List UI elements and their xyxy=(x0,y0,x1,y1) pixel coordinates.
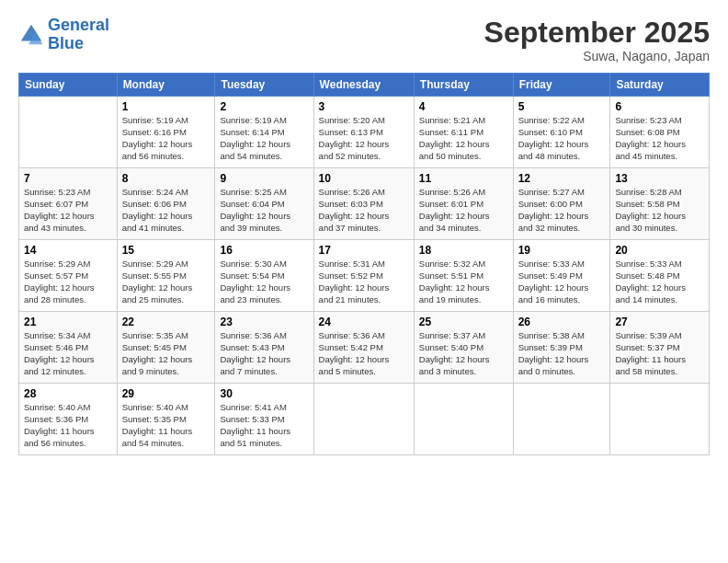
day-info: Sunrise: 5:33 AMSunset: 5:48 PMDaylight:… xyxy=(615,259,704,305)
day-info: Sunrise: 5:26 AMSunset: 6:01 PMDaylight:… xyxy=(419,187,508,234)
day-number: 23 xyxy=(220,316,308,328)
col-wednesday: Wednesday xyxy=(313,74,414,97)
calendar-cell: 7Sunrise: 5:23 AMSunset: 6:07 PMDaylight… xyxy=(19,168,118,240)
day-number: 15 xyxy=(122,244,210,257)
calendar-cell: 20Sunrise: 5:33 AMSunset: 5:48 PMDayligh… xyxy=(610,240,710,312)
day-info: Sunrise: 5:21 AMSunset: 6:11 PMDaylight:… xyxy=(419,115,508,162)
day-number: 28 xyxy=(24,387,112,400)
calendar-cell xyxy=(513,384,610,455)
calendar-cell: 25Sunrise: 5:37 AMSunset: 5:40 PMDayligh… xyxy=(414,312,513,384)
day-info: Sunrise: 5:28 AMSunset: 5:58 PMDaylight:… xyxy=(615,187,704,234)
day-info: Sunrise: 5:22 AMSunset: 6:10 PMDaylight:… xyxy=(518,115,606,162)
day-number: 11 xyxy=(419,172,508,185)
calendar-cell xyxy=(414,384,513,455)
day-number: 9 xyxy=(220,172,308,185)
calendar-cell: 9Sunrise: 5:25 AMSunset: 6:04 PMDaylight… xyxy=(215,168,313,240)
col-friday: Friday xyxy=(513,74,610,97)
logo-general: General xyxy=(48,16,109,34)
calendar-cell xyxy=(313,384,414,455)
day-info: Sunrise: 5:19 AMSunset: 6:14 PMDaylight:… xyxy=(220,115,308,162)
calendar-cell: 16Sunrise: 5:30 AMSunset: 5:54 PMDayligh… xyxy=(215,240,313,312)
calendar-cell: 13Sunrise: 5:28 AMSunset: 5:58 PMDayligh… xyxy=(610,168,710,240)
day-number: 27 xyxy=(615,316,704,328)
day-number: 7 xyxy=(24,172,112,185)
day-number: 30 xyxy=(220,387,308,400)
calendar-table: Sunday Monday Tuesday Wednesday Thursday… xyxy=(18,73,710,455)
day-info: Sunrise: 5:29 AMSunset: 5:55 PMDaylight:… xyxy=(122,259,210,305)
calendar-cell: 1Sunrise: 5:19 AMSunset: 6:16 PMDaylight… xyxy=(117,97,215,168)
calendar-cell: 2Sunrise: 5:19 AMSunset: 6:14 PMDaylight… xyxy=(215,97,313,168)
calendar-cell: 15Sunrise: 5:29 AMSunset: 5:55 PMDayligh… xyxy=(117,240,215,312)
day-number: 25 xyxy=(419,316,508,328)
calendar-cell: 8Sunrise: 5:24 AMSunset: 6:06 PMDaylight… xyxy=(117,168,215,240)
day-number: 13 xyxy=(615,172,704,185)
day-info: Sunrise: 5:35 AMSunset: 5:45 PMDaylight:… xyxy=(122,330,210,377)
calendar-cell: 11Sunrise: 5:26 AMSunset: 6:01 PMDayligh… xyxy=(414,168,513,240)
day-info: Sunrise: 5:31 AMSunset: 5:52 PMDaylight:… xyxy=(319,259,409,305)
day-info: Sunrise: 5:29 AMSunset: 5:57 PMDaylight:… xyxy=(24,259,112,305)
day-number: 18 xyxy=(419,244,508,257)
header: General Blue September 2025 Suwa, Nagano… xyxy=(18,17,710,63)
day-info: Sunrise: 5:40 AMSunset: 5:35 PMDaylight:… xyxy=(122,402,210,449)
day-number: 6 xyxy=(615,100,704,113)
location: Suwa, Nagano, Japan xyxy=(484,49,710,63)
day-number: 26 xyxy=(518,316,606,328)
day-number: 19 xyxy=(518,244,606,257)
calendar-cell: 28Sunrise: 5:40 AMSunset: 5:36 PMDayligh… xyxy=(19,384,118,455)
day-info: Sunrise: 5:27 AMSunset: 6:00 PMDaylight:… xyxy=(518,187,606,234)
day-number: 4 xyxy=(419,100,508,113)
calendar-cell: 30Sunrise: 5:41 AMSunset: 5:33 PMDayligh… xyxy=(215,384,313,455)
calendar-cell xyxy=(19,97,118,168)
day-info: Sunrise: 5:30 AMSunset: 5:54 PMDaylight:… xyxy=(220,259,308,305)
calendar-cell: 17Sunrise: 5:31 AMSunset: 5:52 PMDayligh… xyxy=(313,240,414,312)
day-info: Sunrise: 5:24 AMSunset: 6:06 PMDaylight:… xyxy=(122,187,210,234)
col-saturday: Saturday xyxy=(610,74,710,97)
day-number: 14 xyxy=(24,244,112,257)
calendar-week-2: 7Sunrise: 5:23 AMSunset: 6:07 PMDaylight… xyxy=(19,168,710,240)
col-monday: Monday xyxy=(117,74,215,97)
day-info: Sunrise: 5:19 AMSunset: 6:16 PMDaylight:… xyxy=(122,115,210,162)
day-info: Sunrise: 5:37 AMSunset: 5:40 PMDaylight:… xyxy=(419,330,508,377)
col-sunday: Sunday xyxy=(19,74,118,97)
day-info: Sunrise: 5:36 AMSunset: 5:42 PMDaylight:… xyxy=(319,330,409,377)
calendar-cell: 24Sunrise: 5:36 AMSunset: 5:42 PMDayligh… xyxy=(313,312,414,384)
day-number: 3 xyxy=(319,100,409,113)
calendar-cell: 12Sunrise: 5:27 AMSunset: 6:00 PMDayligh… xyxy=(513,168,610,240)
day-number: 12 xyxy=(518,172,606,185)
day-number: 20 xyxy=(615,244,704,257)
calendar-week-1: 1Sunrise: 5:19 AMSunset: 6:16 PMDaylight… xyxy=(19,97,710,168)
col-thursday: Thursday xyxy=(414,74,513,97)
calendar-cell: 18Sunrise: 5:32 AMSunset: 5:51 PMDayligh… xyxy=(414,240,513,312)
day-number: 16 xyxy=(220,244,308,257)
day-number: 1 xyxy=(122,100,210,113)
calendar-cell: 10Sunrise: 5:26 AMSunset: 6:03 PMDayligh… xyxy=(313,168,414,240)
calendar-body: 1Sunrise: 5:19 AMSunset: 6:16 PMDaylight… xyxy=(19,97,710,455)
day-info: Sunrise: 5:38 AMSunset: 5:39 PMDaylight:… xyxy=(518,330,606,377)
day-number: 17 xyxy=(319,244,409,257)
calendar-cell: 3Sunrise: 5:20 AMSunset: 6:13 PMDaylight… xyxy=(313,97,414,168)
day-info: Sunrise: 5:23 AMSunset: 6:07 PMDaylight:… xyxy=(24,187,112,234)
calendar-header: Sunday Monday Tuesday Wednesday Thursday… xyxy=(19,74,710,97)
calendar-cell xyxy=(610,384,710,455)
page: General Blue September 2025 Suwa, Nagano… xyxy=(0,0,728,563)
calendar-cell: 27Sunrise: 5:39 AMSunset: 5:37 PMDayligh… xyxy=(610,312,710,384)
day-number: 2 xyxy=(220,100,308,113)
calendar-cell: 29Sunrise: 5:40 AMSunset: 5:35 PMDayligh… xyxy=(117,384,215,455)
calendar-cell: 14Sunrise: 5:29 AMSunset: 5:57 PMDayligh… xyxy=(19,240,118,312)
calendar-cell: 23Sunrise: 5:36 AMSunset: 5:43 PMDayligh… xyxy=(215,312,313,384)
title-block: September 2025 Suwa, Nagano, Japan xyxy=(484,17,710,63)
logo-icon xyxy=(18,22,44,48)
calendar-week-3: 14Sunrise: 5:29 AMSunset: 5:57 PMDayligh… xyxy=(19,240,710,312)
logo-blue: Blue xyxy=(48,34,84,52)
calendar-cell: 19Sunrise: 5:33 AMSunset: 5:49 PMDayligh… xyxy=(513,240,610,312)
day-number: 10 xyxy=(319,172,409,185)
month-title: September 2025 xyxy=(484,17,710,49)
calendar-cell: 26Sunrise: 5:38 AMSunset: 5:39 PMDayligh… xyxy=(513,312,610,384)
header-row: Sunday Monday Tuesday Wednesday Thursday… xyxy=(19,74,710,97)
logo-text: General Blue xyxy=(48,17,109,53)
day-info: Sunrise: 5:20 AMSunset: 6:13 PMDaylight:… xyxy=(319,115,409,162)
day-info: Sunrise: 5:33 AMSunset: 5:49 PMDaylight:… xyxy=(518,259,606,305)
day-info: Sunrise: 5:36 AMSunset: 5:43 PMDaylight:… xyxy=(220,330,308,377)
day-number: 8 xyxy=(122,172,210,185)
calendar-cell: 21Sunrise: 5:34 AMSunset: 5:46 PMDayligh… xyxy=(19,312,118,384)
